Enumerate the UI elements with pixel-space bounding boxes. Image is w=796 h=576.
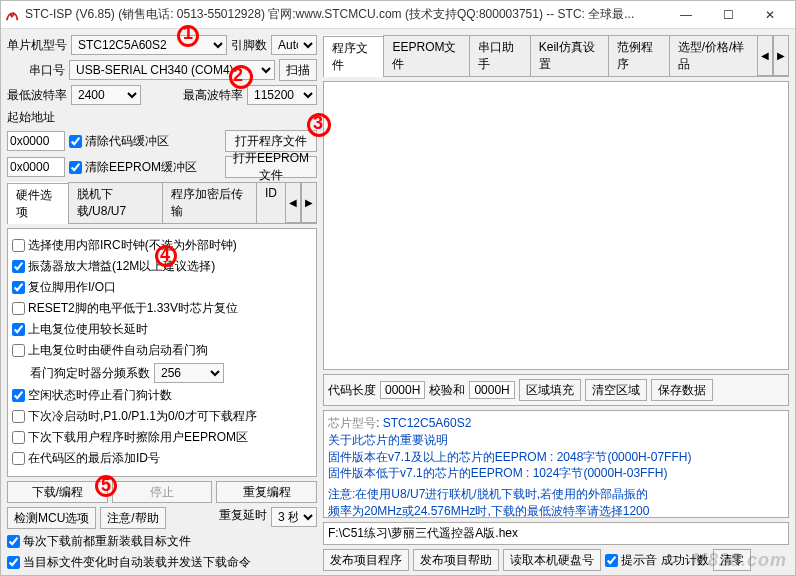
close-button[interactable]: ✕ (749, 2, 791, 28)
codelen-label: 代码长度 (328, 382, 376, 399)
addr2-input[interactable] (7, 157, 65, 177)
addr1-input[interactable] (7, 131, 65, 151)
app-icon (5, 8, 19, 22)
opt-osc-checkbox[interactable] (12, 260, 25, 273)
wdt-div-select[interactable]: 256 (154, 363, 224, 383)
serial-label: 串口号 (7, 62, 65, 79)
scan-button[interactable]: 扫描 (279, 59, 317, 81)
marker-4-num: 4 (160, 245, 170, 266)
help-button[interactable]: 注意/帮助 (100, 507, 165, 529)
redelay-select[interactable]: 3 秒 (271, 507, 317, 527)
clear-eeprom-label: 清除EEPROM缓冲区 (85, 159, 197, 176)
watermark: M828.com (692, 550, 787, 571)
opt-reset-io-checkbox[interactable] (12, 281, 25, 294)
titlebar: STC-ISP (V6.85) (销售电话: 0513-55012928) 官网… (1, 1, 795, 29)
pin-count-label: 引脚数 (231, 37, 267, 54)
clear-code-label: 清除代码缓冲区 (85, 133, 169, 150)
codelen-value: 0000H (380, 381, 425, 399)
opt-coldboot-checkbox[interactable] (12, 410, 25, 423)
right-panel: 程序文件 EEPROM文件 串口助手 Keil仿真设置 范例程序 选型/价格/样… (321, 29, 795, 575)
maximize-button[interactable]: ☐ (707, 2, 749, 28)
tab-hardware[interactable]: 硬件选项 (7, 183, 69, 224)
chip-value: STC12C5A60S2 (383, 416, 472, 430)
tab-scroll-left[interactable]: ◀ (285, 182, 301, 223)
file-path: F:\C51练习\萝丽三代遥控器A版.hex (323, 522, 789, 545)
auto-reload-checkbox[interactable] (7, 556, 20, 569)
opt-wdt-auto-checkbox[interactable] (12, 344, 25, 357)
reload-every-checkbox[interactable] (7, 535, 20, 548)
opt-reset2-checkbox[interactable] (12, 302, 25, 315)
opt-long-delay-checkbox[interactable] (12, 323, 25, 336)
save-button[interactable]: 保存数据 (651, 379, 713, 401)
stop-button[interactable]: 停止 (112, 481, 213, 503)
marker-3-num: 3 (313, 113, 323, 134)
left-panel: 单片机型号 STC12C5A60S2 引脚数 Auto 串口号 USB-SERI… (1, 29, 321, 575)
left-tabstrip: 硬件选项 脱机下载/U8/U7 程序加密后传输 ID ◀▶ (7, 182, 317, 224)
opt-erase-eeprom-checkbox[interactable] (12, 431, 25, 444)
status-row: 代码长度 0000H 校验和 0000H 区域填充 清空区域 保存数据 (323, 374, 789, 406)
window-title: STC-ISP (V6.85) (销售电话: 0513-55012928) 官网… (25, 6, 665, 23)
tab-examples[interactable]: 范例程序 (608, 35, 669, 76)
marker-1-num: 1 (183, 23, 193, 44)
opt-add-id-checkbox[interactable] (12, 452, 25, 465)
min-baud-select[interactable]: 2400 (71, 85, 141, 105)
info-line-3: 固件版本低于v7.1的芯片的EEPROM : 1024字节(0000H-03FF… (328, 465, 784, 482)
tab-progfile[interactable]: 程序文件 (323, 36, 384, 77)
open-eeprom-file-button[interactable]: 打开EEPROM文件 (225, 156, 317, 178)
clear-button[interactable]: 清空区域 (585, 379, 647, 401)
tab-offline[interactable]: 脱机下载/U8/U7 (68, 182, 164, 223)
tab-id[interactable]: ID (256, 182, 286, 223)
tab-serial-assist[interactable]: 串口助手 (469, 35, 530, 76)
minimize-button[interactable]: — (665, 2, 707, 28)
reprogram-button[interactable]: 重复编程 (216, 481, 317, 503)
fill-button[interactable]: 区域填充 (519, 379, 581, 401)
tab-selection[interactable]: 选型/价格/样品 (669, 35, 758, 76)
info-line-1: 关于此芯片的重要说明 (328, 432, 784, 449)
info-line-4: 注意:在使用U8/U7进行联机/脱机下载时,若使用的外部晶振的 (328, 486, 784, 503)
mcu-model-label: 单片机型号 (7, 37, 67, 54)
hex-view[interactable] (323, 81, 789, 370)
download-button[interactable]: 下载/编程 (7, 481, 108, 503)
opt-irc-checkbox[interactable] (12, 239, 25, 252)
min-baud-label: 最低波特率 (7, 87, 67, 104)
max-baud-label: 最高波特率 (183, 87, 243, 104)
mcu-model-select[interactable]: STC12C5A60S2 (71, 35, 227, 55)
rtab-scroll-left[interactable]: ◀ (757, 35, 773, 76)
max-baud-select[interactable]: 115200 (247, 85, 317, 105)
rtab-scroll-right[interactable]: ▶ (773, 35, 789, 76)
marker-5-num: 5 (101, 475, 111, 496)
publish-prog-button[interactable]: 发布项目程序 (323, 549, 409, 571)
checksum-value: 0000H (469, 381, 514, 399)
wdt-div-label: 看门狗定时器分频系数 (30, 365, 150, 382)
right-tabstrip: 程序文件 EEPROM文件 串口助手 Keil仿真设置 范例程序 选型/价格/样… (323, 35, 789, 77)
chip-label: 芯片型号 (328, 416, 376, 430)
clear-code-checkbox[interactable] (69, 135, 82, 148)
open-prog-file-button[interactable]: 打开程序文件 (225, 130, 317, 152)
start-addr-label: 起始地址 (7, 109, 317, 126)
read-disk-id-button[interactable]: 读取本机硬盘号 (503, 549, 601, 571)
detect-mcu-button[interactable]: 检测MCU选项 (7, 507, 96, 529)
opt-idle-wdt-checkbox[interactable] (12, 389, 25, 402)
info-line-2: 固件版本在v7.1及以上的芯片的EEPROM : 2048字节(0000H-07… (328, 449, 784, 466)
info-line-5: 频率为20MHz或24.576MHz时,下载的最低波特率请选择1200 (328, 503, 784, 520)
tab-encrypt[interactable]: 程序加密后传输 (162, 182, 257, 223)
tab-keil[interactable]: Keil仿真设置 (530, 35, 610, 76)
checksum-label: 校验和 (429, 382, 465, 399)
marker-2-num: 2 (233, 65, 243, 86)
pin-count-select[interactable]: Auto (271, 35, 317, 55)
publish-help-button[interactable]: 发布项目帮助 (413, 549, 499, 571)
tab-eepromfile[interactable]: EEPROM文件 (383, 35, 470, 76)
info-box: 芯片型号: STC12C5A60S2 关于此芯片的重要说明 固件版本在v7.1及… (323, 410, 789, 518)
redelay-label: 重复延时 (219, 507, 267, 529)
serial-select[interactable]: USB-SERIAL CH340 (COM4) (69, 60, 275, 80)
beep-checkbox[interactable] (605, 554, 618, 567)
tab-scroll-right[interactable]: ▶ (301, 182, 317, 223)
clear-eeprom-checkbox[interactable] (69, 161, 82, 174)
